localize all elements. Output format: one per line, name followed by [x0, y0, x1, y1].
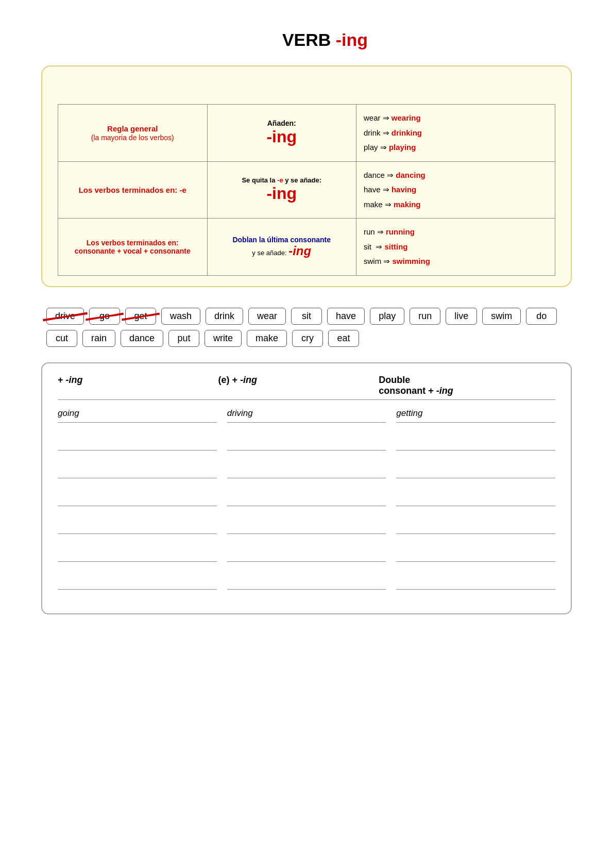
verb-button-eat[interactable]: eat	[328, 330, 359, 347]
rule-2-add: Se quita la -e y se añade: -ing	[207, 161, 356, 219]
table-cell-2-2	[396, 464, 555, 478]
verb-button-get[interactable]: get	[125, 308, 156, 325]
table-cell-6-2	[396, 575, 555, 590]
table-cell-0-0: going	[58, 408, 217, 423]
table-cell-0-2: getting	[396, 408, 555, 423]
table-cell-3-0	[58, 492, 217, 506]
rules-table: Regla general (la mayoria de los verbos)…	[58, 104, 555, 276]
verb-button-go[interactable]: go	[89, 308, 120, 325]
yellow-box-title	[58, 79, 555, 95]
verb-buttons-container: drivegogetwashdrinkwearsithaveplayrunliv…	[41, 308, 572, 347]
table-cell-5-0	[58, 547, 217, 562]
answer-table-section: + -ing (e) + -ing Doubleconsonant + -ing…	[41, 362, 572, 614]
table-cell-5-2	[396, 547, 555, 562]
th-col-3: Doubleconsonant + -ing	[379, 375, 555, 396]
table-cell-4-1	[227, 520, 386, 534]
rule-3-label: Los verbos terminados en: consonante + v…	[58, 219, 208, 276]
verb-button-drive[interactable]: drive	[46, 308, 84, 325]
verb-button-put[interactable]: put	[168, 330, 199, 347]
table-cell-1-1	[227, 436, 386, 450]
verb-button-run[interactable]: run	[410, 308, 440, 325]
verb-button-have[interactable]: have	[327, 308, 365, 325]
rule-row-2: Los verbos terminados en: -e Se quita la…	[58, 161, 555, 219]
verb-button-wash[interactable]: wash	[161, 308, 200, 325]
rule-row-3: Los verbos terminados en: consonante + v…	[58, 219, 555, 276]
rule-3-add: Doblan la última consonante y se añade: …	[207, 219, 356, 276]
table-cell-1-0	[58, 436, 217, 450]
verb-button-rain[interactable]: rain	[82, 330, 115, 347]
verb-button-play[interactable]: play	[370, 308, 404, 325]
table-cell-1-2	[396, 436, 555, 450]
verb-button-write[interactable]: write	[205, 330, 242, 347]
yellow-rules-box: Regla general (la mayoria de los verbos)…	[41, 65, 572, 287]
verb-button-wear[interactable]: wear	[248, 308, 286, 325]
rule-1-add-label: Añaden:	[215, 119, 349, 127]
rule-1-add: Añaden: -ing	[207, 105, 356, 162]
th-col-2: (e) + -ing	[218, 375, 379, 396]
table-cell-3-2	[396, 492, 555, 506]
table-data-row-0: goingdrivinggetting	[58, 408, 555, 423]
table-cell-2-1	[227, 464, 386, 478]
table-data-row-5	[58, 547, 555, 562]
rule-2-label: Los verbos terminados en: -e	[58, 161, 208, 219]
table-header-row: + -ing (e) + -ing Doubleconsonant + -ing	[58, 375, 555, 400]
table-data-row-6	[58, 575, 555, 590]
th-col-1: + -ing	[58, 375, 218, 396]
formula-right: VERB -ing	[282, 30, 368, 50]
table-cell-0-1: driving	[227, 408, 386, 423]
table-cell-5-1	[227, 547, 386, 562]
formula-verb-text: VERB	[282, 30, 336, 49]
verb-button-cut[interactable]: cut	[46, 330, 77, 347]
verb-button-cry[interactable]: cry	[292, 330, 323, 347]
table-data-row-3	[58, 492, 555, 506]
verb-button-make[interactable]: make	[247, 330, 287, 347]
rule-1-label: Regla general (la mayoria de los verbos)	[58, 105, 208, 162]
verb-button-sit[interactable]: sit	[291, 308, 322, 325]
rule-row-1: Regla general (la mayoria de los verbos)…	[58, 105, 555, 162]
table-data-row-4	[58, 520, 555, 534]
table-data-row-1	[58, 436, 555, 450]
verb-button-do[interactable]: do	[526, 308, 557, 325]
verb-button-live[interactable]: live	[446, 308, 477, 325]
formula-block: VERB -ing	[41, 30, 572, 50]
verb-button-drink[interactable]: drink	[206, 308, 243, 325]
rule-2-examples: dance ⇒ dancing have ⇒ having make ⇒ mak…	[356, 161, 555, 219]
table-rows: goingdrivinggetting	[58, 408, 555, 590]
formula-verb: VERB -ing	[282, 30, 368, 50]
verb-button-swim[interactable]: swim	[482, 308, 521, 325]
table-cell-3-1	[227, 492, 386, 506]
rule-1-examples: wear ⇒ wearing drink ⇒ drinking play ⇒ p…	[356, 105, 555, 162]
rule-1-ing: -ing	[215, 127, 349, 146]
rule-3-examples: run ⇒ running sit ⇒ sitting swim ⇒ swimm…	[356, 219, 555, 276]
table-data-row-2	[58, 464, 555, 478]
table-cell-4-0	[58, 520, 217, 534]
table-cell-2-0	[58, 464, 217, 478]
verb-button-dance[interactable]: dance	[121, 330, 163, 347]
table-cell-4-2	[396, 520, 555, 534]
table-cell-6-1	[227, 575, 386, 590]
table-cell-6-0	[58, 575, 217, 590]
